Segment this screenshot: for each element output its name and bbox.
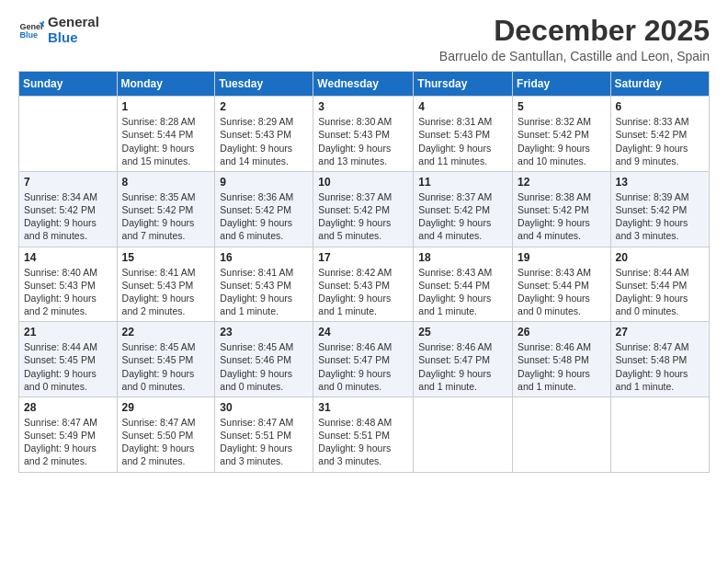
week-row-4: 21Sunrise: 8:44 AMSunset: 5:45 PMDayligh… — [19, 322, 710, 397]
day-number: 11 — [418, 176, 507, 189]
day-cell: 17Sunrise: 8:42 AMSunset: 5:43 PMDayligh… — [313, 247, 414, 322]
day-number: 9 — [220, 176, 308, 189]
logo-icon: General Blue — [18, 17, 44, 43]
header-saturday: Saturday — [610, 72, 709, 97]
header-friday: Friday — [513, 72, 611, 97]
day-cell: 28Sunrise: 8:47 AMSunset: 5:49 PMDayligh… — [19, 396, 118, 472]
day-info: Sunrise: 8:37 AMSunset: 5:42 PMDaylight:… — [418, 190, 507, 243]
day-info: Sunrise: 8:44 AMSunset: 5:44 PMDaylight:… — [616, 266, 704, 318]
day-cell: 25Sunrise: 8:46 AMSunset: 5:47 PMDayligh… — [414, 322, 513, 397]
day-cell: 3Sunrise: 8:30 AMSunset: 5:43 PMDaylight… — [313, 97, 414, 172]
calendar-table: SundayMondayTuesdayWednesdayThursdayFrid… — [18, 71, 710, 472]
week-row-1: 1Sunrise: 8:28 AMSunset: 5:44 PMDaylight… — [19, 97, 710, 172]
title-block: December 2025 Barruelo de Santullan, Cas… — [439, 15, 710, 63]
day-number: 16 — [220, 251, 308, 264]
day-info: Sunrise: 8:47 AMSunset: 5:50 PMDaylight:… — [122, 416, 210, 468]
day-number: 14 — [24, 251, 112, 264]
day-info: Sunrise: 8:43 AMSunset: 5:44 PMDaylight:… — [518, 266, 606, 318]
day-number: 18 — [418, 251, 507, 264]
day-cell: 12Sunrise: 8:38 AMSunset: 5:42 PMDayligh… — [513, 171, 611, 247]
day-cell: 7Sunrise: 8:34 AMSunset: 5:42 PMDaylight… — [19, 171, 118, 247]
day-info: Sunrise: 8:34 AMSunset: 5:42 PMDaylight:… — [24, 190, 112, 243]
day-info: Sunrise: 8:46 AMSunset: 5:47 PMDaylight:… — [318, 340, 408, 393]
day-number: 29 — [122, 401, 210, 414]
day-cell — [610, 396, 709, 472]
day-number: 30 — [220, 401, 308, 414]
day-cell: 22Sunrise: 8:45 AMSunset: 5:45 PMDayligh… — [117, 322, 215, 397]
day-info: Sunrise: 8:46 AMSunset: 5:47 PMDaylight:… — [418, 340, 507, 393]
day-number: 25 — [418, 326, 507, 339]
day-info: Sunrise: 8:48 AMSunset: 5:51 PMDaylight:… — [318, 416, 408, 468]
day-info: Sunrise: 8:43 AMSunset: 5:44 PMDaylight:… — [418, 266, 507, 318]
day-number: 1 — [122, 100, 210, 113]
day-cell: 10Sunrise: 8:37 AMSunset: 5:42 PMDayligh… — [313, 171, 414, 247]
svg-text:Blue: Blue — [19, 30, 38, 40]
day-info: Sunrise: 8:28 AMSunset: 5:44 PMDaylight:… — [122, 115, 210, 167]
day-cell: 24Sunrise: 8:46 AMSunset: 5:47 PMDayligh… — [313, 322, 414, 397]
day-number: 10 — [318, 176, 408, 189]
header-thursday: Thursday — [414, 72, 513, 97]
header-monday: Monday — [117, 72, 215, 97]
day-info: Sunrise: 8:45 AMSunset: 5:45 PMDaylight:… — [122, 340, 210, 393]
day-cell: 11Sunrise: 8:37 AMSunset: 5:42 PMDayligh… — [414, 171, 513, 247]
day-cell: 26Sunrise: 8:46 AMSunset: 5:48 PMDayligh… — [513, 322, 611, 397]
day-number: 19 — [518, 251, 606, 264]
day-info: Sunrise: 8:41 AMSunset: 5:43 PMDaylight:… — [122, 266, 210, 318]
day-cell: 31Sunrise: 8:48 AMSunset: 5:51 PMDayligh… — [313, 396, 414, 472]
day-cell: 4Sunrise: 8:31 AMSunset: 5:43 PMDaylight… — [414, 97, 513, 172]
day-number: 6 — [616, 100, 704, 113]
day-info: Sunrise: 8:47 AMSunset: 5:48 PMDaylight:… — [616, 340, 704, 393]
day-info: Sunrise: 8:36 AMSunset: 5:42 PMDaylight:… — [220, 190, 308, 243]
day-cell: 2Sunrise: 8:29 AMSunset: 5:43 PMDaylight… — [215, 97, 313, 172]
subtitle: Barruelo de Santullan, Castille and Leon… — [439, 49, 710, 63]
day-cell: 16Sunrise: 8:41 AMSunset: 5:43 PMDayligh… — [215, 247, 313, 322]
week-row-3: 14Sunrise: 8:40 AMSunset: 5:43 PMDayligh… — [19, 247, 710, 322]
day-number: 8 — [122, 176, 210, 189]
logo-text: General Blue — [48, 15, 99, 45]
day-info: Sunrise: 8:35 AMSunset: 5:42 PMDaylight:… — [122, 190, 210, 243]
day-cell: 30Sunrise: 8:47 AMSunset: 5:51 PMDayligh… — [215, 396, 313, 472]
day-cell — [513, 396, 611, 472]
day-number: 13 — [616, 176, 704, 189]
day-number: 4 — [418, 100, 507, 113]
day-info: Sunrise: 8:29 AMSunset: 5:43 PMDaylight:… — [220, 115, 308, 167]
day-number: 23 — [220, 326, 308, 339]
day-cell: 9Sunrise: 8:36 AMSunset: 5:42 PMDaylight… — [215, 171, 313, 247]
week-row-5: 28Sunrise: 8:47 AMSunset: 5:49 PMDayligh… — [19, 396, 710, 472]
day-info: Sunrise: 8:42 AMSunset: 5:43 PMDaylight:… — [318, 266, 408, 318]
day-number: 21 — [24, 326, 112, 339]
day-cell: 1Sunrise: 8:28 AMSunset: 5:44 PMDaylight… — [117, 97, 215, 172]
day-number: 3 — [318, 100, 408, 113]
day-info: Sunrise: 8:30 AMSunset: 5:43 PMDaylight:… — [318, 115, 408, 167]
day-cell: 27Sunrise: 8:47 AMSunset: 5:48 PMDayligh… — [610, 322, 709, 397]
header-tuesday: Tuesday — [215, 72, 313, 97]
header-sunday: Sunday — [19, 72, 118, 97]
day-cell: 6Sunrise: 8:33 AMSunset: 5:42 PMDaylight… — [610, 97, 709, 172]
day-cell — [414, 396, 513, 472]
day-info: Sunrise: 8:47 AMSunset: 5:49 PMDaylight:… — [24, 416, 112, 468]
day-number: 15 — [122, 251, 210, 264]
day-cell — [19, 97, 118, 172]
week-row-2: 7Sunrise: 8:34 AMSunset: 5:42 PMDaylight… — [19, 171, 710, 247]
day-info: Sunrise: 8:39 AMSunset: 5:42 PMDaylight:… — [616, 190, 704, 243]
day-cell: 29Sunrise: 8:47 AMSunset: 5:50 PMDayligh… — [117, 396, 215, 472]
day-number: 7 — [24, 176, 112, 189]
day-cell: 20Sunrise: 8:44 AMSunset: 5:44 PMDayligh… — [610, 247, 709, 322]
day-number: 20 — [616, 251, 704, 264]
day-info: Sunrise: 8:32 AMSunset: 5:42 PMDaylight:… — [518, 115, 606, 167]
day-cell: 23Sunrise: 8:45 AMSunset: 5:46 PMDayligh… — [215, 322, 313, 397]
day-number: 2 — [220, 100, 308, 113]
day-cell: 13Sunrise: 8:39 AMSunset: 5:42 PMDayligh… — [610, 171, 709, 247]
header-row: SundayMondayTuesdayWednesdayThursdayFrid… — [19, 72, 710, 97]
day-number: 5 — [518, 100, 606, 113]
day-cell: 19Sunrise: 8:43 AMSunset: 5:44 PMDayligh… — [513, 247, 611, 322]
day-cell: 5Sunrise: 8:32 AMSunset: 5:42 PMDaylight… — [513, 97, 611, 172]
day-info: Sunrise: 8:33 AMSunset: 5:42 PMDaylight:… — [616, 115, 704, 167]
day-number: 26 — [518, 326, 606, 339]
day-cell: 8Sunrise: 8:35 AMSunset: 5:42 PMDaylight… — [117, 171, 215, 247]
day-info: Sunrise: 8:46 AMSunset: 5:48 PMDaylight:… — [518, 340, 606, 393]
day-number: 24 — [318, 326, 408, 339]
day-number: 28 — [24, 401, 112, 414]
day-number: 22 — [122, 326, 210, 339]
day-cell: 15Sunrise: 8:41 AMSunset: 5:43 PMDayligh… — [117, 247, 215, 322]
